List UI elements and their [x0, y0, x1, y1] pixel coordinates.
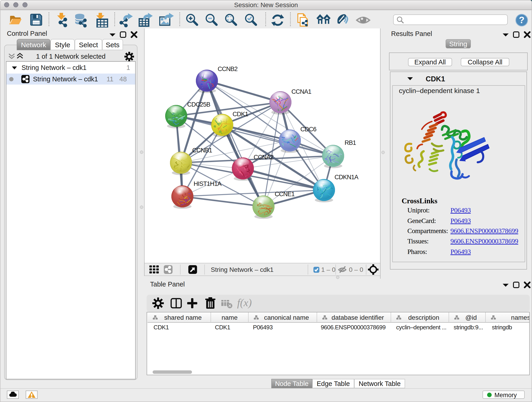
svg-text:CDKN1A: CDKN1A — [335, 174, 359, 181]
svg-text:CCNB1: CCNB1 — [192, 147, 212, 154]
svg-text:CCNA2: CCNA2 — [254, 154, 273, 161]
svg-text:CDC6: CDC6 — [300, 126, 317, 133]
svg-text:CCNA1: CCNA1 — [291, 88, 311, 95]
svg-text:CDK1: CDK1 — [233, 111, 248, 118]
svg-text:?: ? — [519, 15, 525, 25]
svg-text:HIST1H1A: HIST1H1A — [194, 180, 222, 187]
svg-text:CCNB2: CCNB2 — [218, 65, 238, 72]
svg-text:RB1: RB1 — [345, 139, 356, 146]
svg-text:CCNE1: CCNE1 — [275, 191, 295, 198]
svg-text:CDC25B: CDC25B — [187, 101, 210, 108]
